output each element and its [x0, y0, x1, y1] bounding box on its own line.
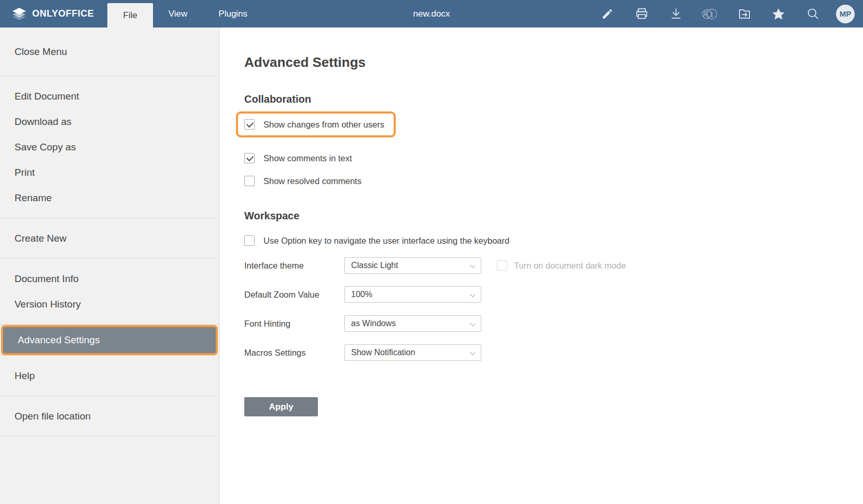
sidebar-item-version-history[interactable]: Version History — [0, 291, 219, 317]
topbar-actions: 1 MP — [596, 0, 855, 27]
option-key-checkbox[interactable] — [244, 235, 255, 246]
file-menu-sidebar: Close Menu Edit Document Download as Sav… — [0, 27, 219, 504]
annotation-highlight-box: Advanced Settings — [1, 325, 218, 355]
workspace-heading: Workspace — [244, 210, 863, 222]
font-hinting-dropdown[interactable]: as Windows — [344, 315, 481, 332]
print-icon[interactable] — [631, 3, 652, 25]
dropdown-value: Show Notification — [351, 348, 415, 357]
sidebar-group: Create New — [0, 218, 219, 259]
option-key-checkbox-row[interactable]: Use Option key to navigate the user inte… — [244, 235, 863, 246]
sidebar-group: Open file location — [0, 396, 219, 437]
onlyoffice-logo-icon — [11, 6, 27, 22]
interface-theme-dropdown[interactable]: Classic Light — [344, 257, 481, 274]
macros-settings-dropdown[interactable]: Show Notification — [344, 344, 481, 361]
annotation-highlight-box: Show changes from other users — [236, 111, 396, 137]
dark-mode-checkbox-row: Turn on document dark mode — [497, 260, 626, 271]
collaboration-users-icon[interactable]: 1 — [699, 3, 721, 25]
sidebar-item-save-copy-as[interactable]: Save Copy as — [0, 134, 219, 160]
sidebar-item-document-info[interactable]: Document Info — [0, 266, 219, 291]
search-icon[interactable] — [802, 3, 824, 25]
sidebar-group: Document Info Version History — [0, 259, 219, 325]
show-comments-checkbox-row[interactable]: Show comments in text — [244, 153, 863, 163]
open-file-location-icon[interactable] — [733, 3, 755, 25]
macros-settings-label: Macros Settings — [244, 348, 344, 358]
dropdown-value: Classic Light — [351, 261, 398, 270]
sidebar-item-advanced-settings[interactable]: Advanced Settings — [3, 327, 216, 353]
chevron-down-icon — [470, 263, 475, 268]
sidebar-item-open-file-location[interactable]: Open file location — [0, 403, 219, 429]
top-bar: ONLYOFFICE File View Plugins new.docx — [0, 0, 863, 27]
sidebar-group: Help — [0, 356, 219, 396]
logo-text: ONLYOFFICE — [32, 8, 94, 19]
menu-tabs: File View Plugins — [107, 0, 263, 27]
dropdown-value: 100% — [351, 290, 372, 299]
font-hinting-label: Font Hinting — [244, 319, 344, 329]
macros-settings-row: Macros Settings Show Notification — [244, 344, 863, 361]
sidebar-group: Close Menu — [0, 27, 219, 76]
sidebar-item-create-new[interactable]: Create New — [0, 226, 219, 251]
show-resolved-checkbox-row[interactable]: Show resolved comments — [244, 176, 863, 186]
sidebar-item-download-as[interactable]: Download as — [0, 109, 219, 134]
tab-plugins[interactable]: Plugins — [203, 0, 263, 27]
sidebar-item-rename[interactable]: Rename — [0, 185, 219, 211]
dark-mode-checkbox — [497, 260, 507, 271]
sidebar-item-edit-document[interactable]: Edit Document — [0, 83, 219, 109]
apply-button[interactable]: Apply — [244, 397, 318, 416]
show-resolved-checkbox[interactable] — [244, 176, 255, 186]
show-changes-checkbox[interactable] — [244, 119, 255, 130]
advanced-settings-panel: Advanced Settings Collaboration Show cha… — [219, 27, 863, 504]
page-title: Advanced Settings — [244, 54, 863, 71]
interface-theme-label: Interface theme — [244, 261, 344, 271]
sidebar-item-print[interactable]: Print — [0, 160, 219, 185]
sidebar-group: Edit Document Download as Save Copy as P… — [0, 76, 219, 218]
collaboration-badge: 1 — [710, 10, 714, 18]
sidebar-item-help[interactable]: Help — [0, 363, 219, 388]
default-zoom-row: Default Zoom Value 100% — [244, 286, 863, 303]
checkbox-label: Show resolved comments — [263, 176, 361, 186]
checkbox-label: Show changes from other users — [263, 120, 384, 130]
font-hinting-row: Font Hinting as Windows — [244, 315, 863, 332]
show-changes-checkbox-row[interactable]: Show changes from other users — [244, 119, 384, 130]
checkbox-label: Show comments in text — [263, 153, 352, 163]
edit-pencil-icon[interactable] — [596, 3, 618, 25]
favorite-star-icon[interactable] — [768, 3, 789, 25]
default-zoom-dropdown[interactable]: 100% — [344, 286, 481, 303]
dropdown-value: as Windows — [351, 319, 396, 328]
sidebar-group: Advanced Settings — [0, 325, 219, 356]
sidebar-item-close-menu[interactable]: Close Menu — [0, 39, 219, 64]
checkbox-label: Turn on document dark mode — [514, 261, 626, 271]
collaboration-heading: Collaboration — [244, 93, 863, 105]
chevron-down-icon — [470, 350, 475, 355]
chevron-down-icon — [470, 321, 475, 326]
checkbox-label: Use Option key to navigate the user inte… — [263, 236, 509, 246]
show-comments-checkbox[interactable] — [244, 153, 255, 163]
chevron-down-icon — [470, 292, 475, 297]
user-avatar[interactable]: MP — [836, 5, 855, 23]
default-zoom-label: Default Zoom Value — [244, 290, 344, 300]
tab-view[interactable]: View — [153, 0, 203, 27]
download-icon[interactable] — [665, 3, 687, 25]
onlyoffice-logo: ONLYOFFICE — [0, 0, 107, 27]
interface-theme-row: Interface theme Classic Light Turn on do… — [244, 257, 863, 274]
tab-file[interactable]: File — [107, 3, 152, 27]
